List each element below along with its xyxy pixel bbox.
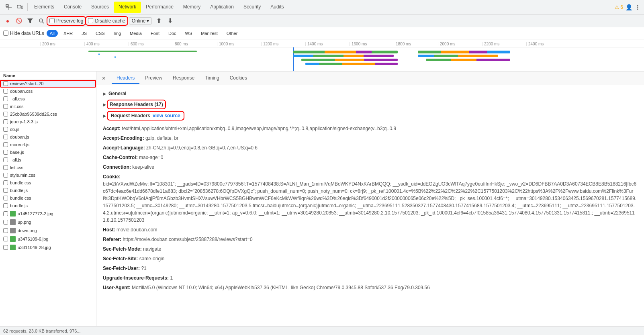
tab-performance[interactable]: Performance bbox=[141, 2, 178, 13]
request-headers-section-header[interactable]: ▶ Request Headers view source bbox=[103, 110, 638, 121]
export-har-button[interactable]: ⬇ bbox=[166, 16, 174, 25]
file-checkbox-12[interactable] bbox=[3, 173, 8, 178]
inspect-element-icon[interactable] bbox=[3, 2, 14, 13]
tab-timing[interactable]: Timing bbox=[200, 73, 224, 84]
warning-badge[interactable]: ⚠ 6 bbox=[615, 4, 623, 10]
disable-cache-checkbox[interactable] bbox=[88, 18, 93, 23]
file-checkbox-18[interactable] bbox=[3, 220, 8, 225]
filter-type-doc[interactable]: Doc bbox=[165, 30, 180, 37]
file-checkbox-11[interactable] bbox=[3, 165, 8, 170]
filter-type-manifest[interactable]: Manifest bbox=[198, 30, 221, 37]
file-item-bundle-js-1[interactable]: bundle.js bbox=[0, 187, 96, 194]
header-name-accept: Accept: bbox=[103, 126, 121, 131]
hide-data-urls-label[interactable]: Hide data URLs bbox=[3, 31, 44, 36]
file-item-bundle-js-2[interactable]: bundle.js bbox=[0, 202, 96, 210]
file-item-up-png[interactable]: up.png bbox=[0, 218, 96, 227]
file-checkbox-21[interactable] bbox=[3, 245, 8, 250]
disable-cache-label[interactable]: Disable cache bbox=[88, 18, 125, 24]
file-item-do-js[interactable]: do.js bbox=[0, 126, 96, 133]
response-headers-section-header[interactable]: ▶ Response Headers (17) bbox=[103, 99, 638, 110]
more-options-icon[interactable]: ⋮ bbox=[635, 4, 641, 10]
file-checkbox-15[interactable] bbox=[3, 196, 8, 200]
tab-elements[interactable]: Elements bbox=[29, 2, 59, 13]
preserve-log-label[interactable]: Preserve log bbox=[49, 18, 83, 24]
filter-button[interactable] bbox=[26, 16, 35, 25]
tab-application[interactable]: Application bbox=[205, 2, 239, 13]
waterfall-bar-row1 bbox=[293, 51, 398, 53]
filter-type-other[interactable]: Other bbox=[223, 30, 241, 37]
file-item-init-css[interactable]: init.css bbox=[0, 103, 96, 110]
file-checkbox-2[interactable] bbox=[3, 96, 8, 101]
file-checkbox-reviews[interactable] bbox=[3, 81, 8, 86]
tab-sources[interactable]: Sources bbox=[86, 2, 114, 13]
tab-preview[interactable]: Preview bbox=[140, 73, 167, 84]
tab-security[interactable]: Security bbox=[239, 2, 266, 13]
filter-type-font[interactable]: Font bbox=[147, 30, 163, 37]
tab-network[interactable]: Network bbox=[114, 2, 141, 13]
file-checkbox-5[interactable] bbox=[3, 119, 8, 124]
file-checkbox-19[interactable] bbox=[3, 228, 8, 233]
tab-audits[interactable]: Audits bbox=[266, 2, 288, 13]
file-checkbox-9[interactable] bbox=[3, 150, 8, 155]
device-toolbar-icon[interactable] bbox=[14, 2, 26, 13]
record-button[interactable]: ● bbox=[3, 16, 12, 25]
network-throttle-select[interactable]: Online ▾ bbox=[129, 17, 152, 25]
file-item-bundle-css-2[interactable]: bundle.css bbox=[0, 194, 96, 202]
preserve-log-checkbox[interactable] bbox=[49, 18, 55, 23]
devtools-tabbar: Elements Console Sources Network Perform… bbox=[0, 0, 644, 14]
filter-type-xhr[interactable]: XHR bbox=[60, 30, 76, 37]
filter-type-media[interactable]: Media bbox=[127, 30, 145, 37]
disable-cache-checkbox-group: Disable cache bbox=[87, 18, 126, 24]
file-item-u3476109[interactable]: u3476109-6.jpg bbox=[0, 235, 96, 243]
file-item-reviews[interactable]: reviews?start=20 bbox=[0, 80, 96, 88]
import-har-button[interactable]: ⬆ bbox=[154, 16, 163, 25]
filter-type-all[interactable]: All bbox=[47, 30, 58, 37]
file-item-25cb[interactable]: 25cb0ab96939dd26.css bbox=[0, 110, 96, 118]
ruler-tick-800: 800 ms bbox=[173, 42, 217, 46]
file-item-u145127772[interactable]: u145127772-2.jpg bbox=[0, 210, 96, 218]
tab-cookies[interactable]: Cookies bbox=[225, 73, 252, 84]
file-item-down-png[interactable]: down.png bbox=[0, 227, 96, 235]
file-item-moreurl[interactable]: moreurl.js bbox=[0, 141, 96, 149]
file-checkbox-4[interactable] bbox=[3, 112, 8, 116]
file-checkbox-14[interactable] bbox=[3, 188, 8, 193]
file-checkbox-6[interactable] bbox=[3, 127, 8, 132]
file-checkbox-1[interactable] bbox=[3, 89, 8, 94]
file-name-18: up.png bbox=[18, 220, 93, 225]
file-checkbox-17[interactable] bbox=[3, 211, 8, 216]
file-item-list-css[interactable]: list.css bbox=[0, 164, 96, 172]
filter-type-js[interactable]: JS bbox=[78, 30, 90, 37]
tab-memory[interactable]: Memory bbox=[178, 2, 205, 13]
file-item-u3311049[interactable]: u3311049-28.jpg bbox=[0, 243, 96, 252]
tab-console[interactable]: Console bbox=[59, 2, 86, 13]
file-item-douban-css[interactable]: douban.css bbox=[0, 88, 96, 95]
clear-button[interactable]: 🚫 bbox=[14, 16, 23, 25]
close-panel-button[interactable]: ✕ bbox=[100, 74, 108, 82]
filter-type-ws[interactable]: WS bbox=[182, 30, 196, 37]
search-button[interactable] bbox=[37, 16, 46, 25]
header-name-sec-fetch-mode: Sec-Fetch-Mode: bbox=[103, 246, 142, 252]
file-checkbox-8[interactable] bbox=[3, 142, 8, 147]
file-checkbox-10[interactable] bbox=[3, 157, 8, 162]
file-item-base-js[interactable]: base.js bbox=[0, 149, 96, 156]
file-checkbox-20[interactable] bbox=[3, 237, 8, 241]
file-checkbox-16[interactable] bbox=[3, 203, 8, 208]
filter-type-img[interactable]: Img bbox=[110, 30, 124, 37]
file-checkbox-7[interactable] bbox=[3, 135, 8, 139]
file-checkbox-13[interactable] bbox=[3, 180, 8, 185]
file-checkbox-3[interactable] bbox=[3, 104, 8, 109]
file-item-douban-js[interactable]: douban.js bbox=[0, 133, 96, 141]
file-item-bundle-css-1[interactable]: bundle.css bbox=[0, 179, 96, 187]
filter-type-css[interactable]: CSS bbox=[92, 30, 108, 37]
file-item-jquery[interactable]: jquery-1.8.3.js bbox=[0, 118, 96, 126]
view-source-link[interactable]: view source bbox=[153, 113, 180, 118]
general-section-header[interactable]: ▶ General bbox=[103, 88, 638, 99]
user-icon[interactable]: 👤 bbox=[626, 4, 632, 10]
file-item-all-js[interactable]: _all.js bbox=[0, 156, 96, 164]
file-item-style-min-css[interactable]: style.min.css bbox=[0, 172, 96, 179]
tab-response[interactable]: Response bbox=[168, 73, 199, 84]
file-item-all-css[interactable]: _all.css bbox=[0, 95, 96, 103]
tab-headers[interactable]: Headers bbox=[112, 73, 139, 84]
hide-data-urls-checkbox[interactable] bbox=[3, 31, 8, 36]
header-value-host: movie.douban.com bbox=[117, 227, 157, 233]
